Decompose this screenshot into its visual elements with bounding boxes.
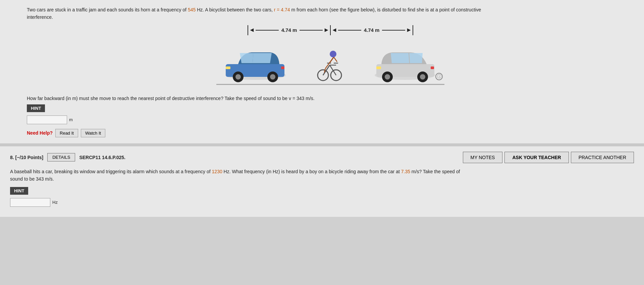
q8-text-part2: . What frequency (in Hz) is heard by a b… — [229, 169, 401, 174]
q7-need-help-row: Need Help? Read It Watch It — [27, 129, 634, 137]
q8-header: 8. [−/10 Points] DETAILS SERCP11 14.6.P.… — [10, 152, 634, 163]
measurement2-label: 4.74 m — [364, 27, 380, 33]
vert-line-right — [413, 25, 413, 35]
car-left-svg — [223, 46, 288, 84]
svg-rect-28 — [431, 66, 434, 69]
vert-line-left — [248, 25, 248, 35]
q7-unit-label: m — [69, 117, 73, 122]
q8-problem-text: A baseball hits a car, breaking its wind… — [10, 168, 473, 183]
vert-line-mid — [330, 25, 331, 35]
question8-section: 8. [−/10 Points] DETAILS SERCP11 14.6.P.… — [0, 146, 644, 217]
figure-container: ◄ 4.74 m ► ◄ 4.74 m ► — [216, 25, 444, 90]
q7-need-help-label: Need Help? — [27, 130, 53, 136]
scene-image: ⓘ — [216, 37, 444, 90]
q8-actions-group: MY NOTES ASK YOUR TEACHER PRACTICE ANOTH… — [463, 152, 634, 163]
q8-points-label: 8. [−/10 Points] — [10, 155, 43, 160]
svg-point-3 — [235, 74, 241, 80]
section-divider — [0, 144, 644, 146]
q8-code-label: SERCP11 14.6.P.025. — [79, 155, 125, 160]
q7-freq-unit: Hz — [196, 7, 203, 12]
svg-point-24 — [385, 74, 390, 80]
svg-line-16 — [329, 57, 334, 63]
car-right-svg — [372, 46, 438, 84]
q8-hint-button[interactable]: HINT — [10, 187, 28, 195]
q8-answer-row: Hz — [10, 198, 634, 207]
svg-rect-7 — [281, 66, 284, 69]
q8-speed: 7.35 — [401, 169, 410, 174]
q8-frequency: 1230 — [212, 169, 222, 174]
q8-details-button[interactable]: DETAILS — [47, 153, 75, 161]
main-container: Two cars are stuck in a traffic jam and … — [0, 0, 644, 217]
q7-text-part2: . A bicyclist between the two cars, — [203, 7, 274, 12]
measurement-row: ◄ 4.74 m ► ◄ 4.74 m ► — [216, 25, 444, 35]
q7-text-part1: Two cars are stuck in a traffic jam and … — [27, 7, 188, 12]
q8-ask-teacher-button[interactable]: ASK YOUR TEACHER — [504, 152, 569, 163]
measurement1-label: 4.74 m — [281, 27, 297, 33]
q8-practice-another-button[interactable]: PRACTICE ANOTHER — [571, 152, 634, 163]
q7-frequency: 545 — [188, 7, 196, 12]
q8-freq-unit: Hz — [222, 169, 229, 174]
q8-answer-input[interactable] — [10, 198, 50, 207]
question7-section: Two cars are stuck in a traffic jam and … — [0, 0, 644, 144]
q7-sub-question: How far backward (in m) must she move to… — [27, 96, 490, 101]
svg-rect-6 — [226, 66, 230, 69]
q7-sub-text: How far backward (in m) must she move to… — [27, 96, 315, 101]
bicyclist-svg — [317, 46, 342, 84]
q7-r-value: r = 4.74 — [274, 7, 290, 12]
q7-read-it-button[interactable]: Read It — [55, 129, 78, 137]
svg-point-5 — [270, 74, 275, 80]
q7-hint-button[interactable]: HINT — [27, 104, 45, 112]
q7-watch-it-button[interactable]: Watch It — [81, 129, 105, 137]
q7-answer-input[interactable] — [27, 115, 67, 124]
svg-rect-27 — [376, 66, 381, 69]
q8-text-part1: A baseball hits a car, breaking its wind… — [10, 169, 212, 174]
q7-problem-text: Two cars are stuck in a traffic jam and … — [27, 6, 490, 21]
info-icon[interactable]: ⓘ — [435, 73, 443, 80]
svg-point-17 — [330, 51, 336, 57]
q8-left-group: 8. [−/10 Points] DETAILS SERCP11 14.6.P.… — [10, 153, 125, 161]
svg-line-18 — [334, 57, 337, 62]
q8-my-notes-button[interactable]: MY NOTES — [463, 152, 503, 163]
q8-unit-label: Hz — [52, 200, 58, 205]
svg-point-26 — [420, 74, 425, 80]
q7-answer-row: m — [27, 115, 634, 124]
